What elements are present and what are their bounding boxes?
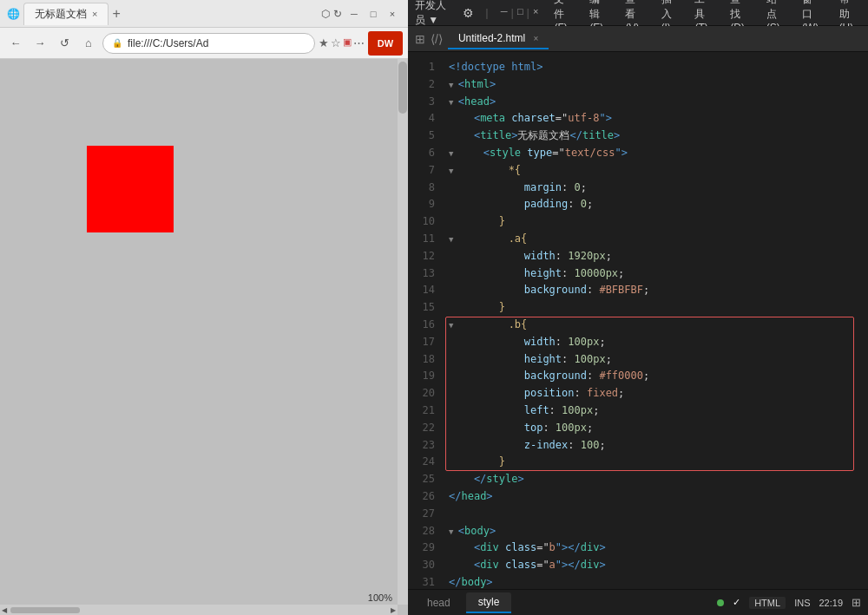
scroll-right-icon[interactable]: ▶ — [389, 606, 398, 614]
editor-file-tab[interactable]: Untitled-2.html × — [448, 29, 549, 49]
code-line-23: z-index: 100; — [449, 437, 861, 455]
code-line-14: background: #BFBFBF; — [449, 282, 861, 299]
editor-bottom-tabs: head style ✓ HTML INS 22:19 ⊞ — [408, 589, 868, 615]
code-line-17: width: 100px; — [449, 334, 861, 351]
maximize-button[interactable]: □ — [365, 5, 382, 23]
more-icon[interactable]: ⋯ — [353, 36, 365, 49]
browser-refresh-icon: ↻ — [333, 8, 342, 20]
browser-tab[interactable]: 无标题文档 × — [23, 3, 108, 25]
code-line-15: } — [449, 299, 861, 317]
status-pos: 22:19 — [819, 598, 843, 608]
editor-tab-close[interactable]: × — [534, 34, 539, 43]
code-line-25: </style> — [449, 471, 861, 488]
code-line-12: width: 1920px; — [449, 248, 861, 265]
browser-tab-label: 无标题文档 — [35, 7, 87, 22]
code-line-22: top: 100px; — [449, 420, 861, 437]
forward-button[interactable]: → — [30, 33, 50, 54]
code-line-9: padding: 0; — [449, 196, 861, 213]
browser-toolbar-icons: ★ ☆ ▣ ⋯ — [319, 36, 365, 49]
editor-restore-icon[interactable]: □ — [517, 6, 523, 19]
reload-button[interactable]: ↺ — [54, 33, 75, 54]
browser-tab-area: 无标题文档 × + — [23, 3, 318, 25]
address-text: file:///C:/Users/Ad — [128, 37, 208, 49]
bottom-tab-style[interactable]: style — [466, 592, 512, 613]
code-line-28: ▼ <body> — [449, 523, 861, 540]
pipe-separator: | — [485, 6, 488, 19]
browser-window-controls: ─ □ × — [345, 5, 401, 23]
red-div-element — [87, 146, 174, 232]
horizontal-scroll-thumb[interactable] — [10, 607, 80, 613]
browser-window: 🌐 无标题文档 × + ⬡ ↻ ─ □ × ← → ↺ ⌂ 🔒 file:///… — [0, 0, 408, 615]
code-line-3: ▼ <head> — [449, 94, 861, 111]
code-line-5: <title>无标题文档</title> — [449, 128, 861, 145]
code-line-30: <div class="a"></div> — [449, 557, 861, 574]
minimize-button[interactable]: ─ — [345, 5, 363, 23]
line-numbers: 1234567891011121314151617181920212223242… — [408, 52, 438, 589]
browser-toolbar: ← → ↺ ⌂ 🔒 file:///C:/Users/Ad ★ ☆ ▣ ⋯ DW — [0, 28, 408, 59]
code-line-1: <!doctype html> — [449, 59, 861, 76]
scroll-left-icon[interactable]: ◀ — [0, 606, 9, 614]
browser-favicon: 🌐 — [7, 8, 20, 20]
back-button[interactable]: ← — [5, 33, 26, 54]
bottom-tab-head[interactable]: head — [415, 593, 463, 612]
editor-icon2: ⟨/⟩ — [431, 32, 443, 46]
code-line-2: ▼ <html> — [449, 76, 861, 94]
lock-icon: 🔒 — [112, 38, 122, 48]
zoom-indicator: 100% — [368, 592, 392, 603]
code-line-13: height: 10000px; — [449, 265, 861, 283]
editor-panel: 开发人员 ▼ ⚙ | ─ | □ | × 文件(F) 编辑(E) 查看(V) 插… — [408, 0, 868, 615]
window-controls-editor: ─ | □ | × — [501, 6, 539, 19]
fold-arrow-7[interactable]: ▼ — [449, 167, 458, 175]
code-line-21: left: 100px; — [449, 402, 861, 420]
vertical-scrollbar[interactable] — [398, 59, 408, 605]
browser-cast-icon: ⬡ — [321, 8, 330, 20]
fold-arrow-16[interactable]: ▼ — [449, 321, 458, 330]
settings-gear-icon[interactable]: ⚙ — [462, 3, 476, 23]
horizontal-scrollbar[interactable]: ◀ ▶ — [0, 605, 398, 615]
bookmark-icon[interactable]: ★ — [319, 36, 329, 49]
status-check: ✓ — [733, 597, 740, 608]
fold-arrow-11[interactable]: ▼ — [449, 235, 458, 244]
code-line-11: ▼ .a{ — [449, 231, 861, 248]
fold-arrow-3[interactable]: ▼ — [449, 98, 458, 107]
code-line-10: } — [449, 213, 861, 231]
code-line-16: ▼ .b{ — [449, 317, 861, 334]
bookmark2-icon[interactable]: ☆ — [331, 36, 341, 49]
editor-icon1: ⊞ — [415, 32, 425, 46]
dev-tools-label[interactable]: 开发人员 ▼ — [415, 0, 451, 28]
fold-arrow-6[interactable]: ▼ — [449, 149, 458, 158]
code-line-7: ▼ *{ — [449, 162, 861, 180]
status-lang: HTML — [749, 597, 786, 609]
fold-arrow-2[interactable]: ▼ — [449, 81, 458, 89]
editor-tab-bar: ⊞ ⟨/⟩ Untitled-2.html × — [408, 26, 868, 52]
status-ok-icon — [717, 599, 724, 606]
new-tab-button[interactable]: + — [112, 6, 120, 22]
home-button[interactable]: ⌂ — [78, 33, 99, 54]
editor-status-area: ✓ HTML INS 22:19 ⊞ — [717, 596, 861, 609]
code-line-26: </head> — [449, 488, 861, 506]
vertical-scroll-thumb[interactable] — [398, 62, 407, 114]
code-line-6: ▼ <style type="text/css"> — [449, 145, 861, 162]
code-line-8: margin: 0; — [449, 180, 861, 197]
settings-icon2[interactable]: ⊞ — [852, 596, 861, 609]
fold-arrow-28[interactable]: ▼ — [449, 527, 458, 536]
address-bar[interactable]: 🔒 file:///C:/Users/Ad — [102, 33, 315, 54]
editor-code-area: 1234567891011121314151617181920212223242… — [408, 52, 868, 589]
code-line-19: background: #ff0000; — [449, 368, 861, 385]
code-line-24: } — [449, 454, 861, 471]
code-line-27 — [449, 506, 861, 523]
browser-tab-close[interactable]: × — [92, 9, 97, 19]
close-button[interactable]: × — [384, 5, 401, 23]
code-line-4: <meta charset="utf-8"> — [449, 110, 861, 128]
browser-titlebar: 🌐 无标题文档 × + ⬡ ↻ ─ □ × — [0, 0, 408, 28]
editor-minimize-icon[interactable]: ─ — [501, 6, 508, 19]
code-line-31: </body> — [449, 574, 861, 589]
code-lines[interactable]: <!doctype html>▼ <html>▼ <head> <meta ch… — [438, 52, 868, 589]
editor-close-icon[interactable]: × — [533, 6, 538, 19]
status-ins: INS — [794, 598, 810, 608]
code-line-29: <div class="b"></div> — [449, 540, 861, 557]
browser-content: ◀ ▶ 100% — [0, 59, 408, 615]
editor-tab-label: Untitled-2.html — [458, 32, 525, 44]
reader-icon[interactable]: ▣ — [343, 36, 352, 49]
dw-button[interactable]: DW — [368, 31, 403, 56]
